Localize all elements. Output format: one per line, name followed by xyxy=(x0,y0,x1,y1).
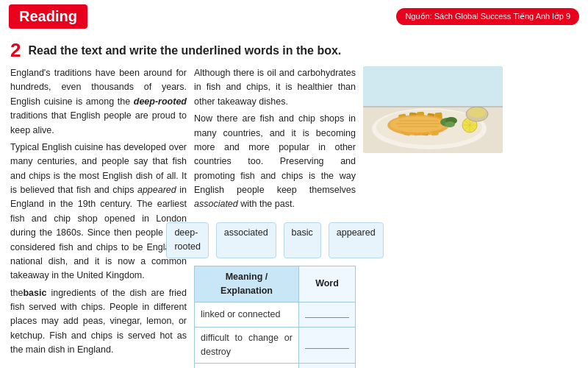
svg-point-20 xyxy=(445,121,455,127)
answer-1[interactable] xyxy=(299,302,356,327)
section-title: 2 Read the text and write the underlined… xyxy=(0,33,588,66)
left-para3: thebasic ingredients of the dish are fri… xyxy=(10,286,187,358)
left-para2: Typical English cuisine has developed ov… xyxy=(10,141,187,283)
table-row: started to be seen xyxy=(195,364,356,368)
meaning-1: linked or connected xyxy=(195,302,299,327)
section-number: 2 xyxy=(10,39,21,62)
left-text-column: England's traditions have been around fo… xyxy=(10,66,187,368)
chip-deep-rooted[interactable]: deep-rooted xyxy=(166,222,208,258)
appeared-word: appeared xyxy=(137,185,176,195)
right-column xyxy=(363,66,578,368)
deep-rooted-word: deep-rooted xyxy=(134,96,187,107)
svg-point-27 xyxy=(468,107,486,118)
meaning-2: difficult to change or destroy xyxy=(195,327,299,364)
svg-rect-28 xyxy=(363,66,503,107)
vocabulary-table: Meaning / Explanation Word linked or con… xyxy=(194,266,356,369)
answer-3[interactable] xyxy=(299,364,356,368)
associated-word: associated xyxy=(194,199,238,209)
answer-2[interactable] xyxy=(299,327,356,364)
mid-text-column: Although there is oil and carbohydrates … xyxy=(194,66,356,368)
chip-associated[interactable]: associated xyxy=(216,222,276,258)
chip-basic[interactable]: basic xyxy=(284,222,321,258)
mid-para2: Now there are fish and chip shops in man… xyxy=(194,112,356,212)
food-image xyxy=(363,66,503,153)
word-chips-row: deep-rooted associated basic appeared xyxy=(194,219,356,261)
basic-word: basic xyxy=(23,288,46,298)
meaning-3: started to be seen xyxy=(195,364,299,368)
page-header: Reading Nguồn: Sách Global Success Tiếng… xyxy=(0,0,588,33)
left-para1: England's traditions have been around fo… xyxy=(10,66,187,138)
table-row: difficult to change or destroy xyxy=(195,327,356,364)
source-badge: Nguồn: Sách Global Success Tiếng Anh lớp… xyxy=(396,8,579,25)
mid-para1: Although there is oil and carbohydrates … xyxy=(194,66,356,109)
col-meaning-header: Meaning / Explanation xyxy=(195,266,299,302)
section-instruction: Read the text and write the underlined w… xyxy=(28,44,341,57)
col-word-header: Word xyxy=(299,266,356,302)
table-row: linked or connected xyxy=(195,302,356,327)
reading-badge: Reading xyxy=(9,4,87,29)
svg-point-14 xyxy=(390,116,446,132)
main-content: England's traditions have been around fo… xyxy=(0,66,588,368)
